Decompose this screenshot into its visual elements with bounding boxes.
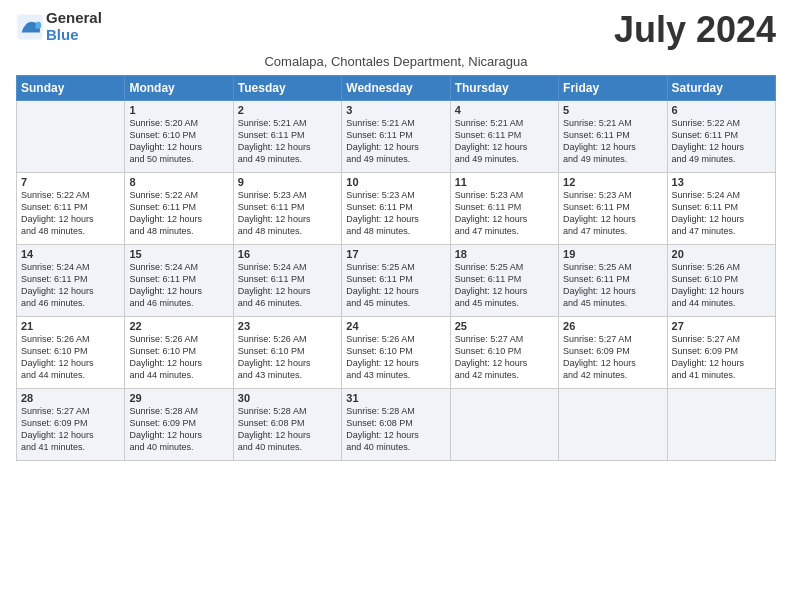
day-number: 5	[563, 104, 662, 116]
calendar-cell: 29Sunrise: 5:28 AM Sunset: 6:09 PM Dayli…	[125, 388, 233, 460]
day-content: Sunrise: 5:27 AM Sunset: 6:09 PM Dayligh…	[21, 405, 120, 454]
day-number: 28	[21, 392, 120, 404]
calendar-cell: 11Sunrise: 5:23 AM Sunset: 6:11 PM Dayli…	[450, 172, 558, 244]
day-number: 27	[672, 320, 771, 332]
calendar-cell: 5Sunrise: 5:21 AM Sunset: 6:11 PM Daylig…	[559, 100, 667, 172]
day-number: 16	[238, 248, 337, 260]
title-block: July 2024	[614, 10, 776, 50]
calendar-cell	[559, 388, 667, 460]
calendar-cell	[667, 388, 775, 460]
day-content: Sunrise: 5:24 AM Sunset: 6:11 PM Dayligh…	[238, 261, 337, 310]
day-number: 13	[672, 176, 771, 188]
day-header-thursday: Thursday	[450, 75, 558, 100]
logo-icon	[16, 13, 44, 41]
day-number: 31	[346, 392, 445, 404]
day-header-friday: Friday	[559, 75, 667, 100]
day-header-tuesday: Tuesday	[233, 75, 341, 100]
day-number: 7	[21, 176, 120, 188]
calendar-cell: 28Sunrise: 5:27 AM Sunset: 6:09 PM Dayli…	[17, 388, 125, 460]
calendar-table: SundayMondayTuesdayWednesdayThursdayFrid…	[16, 75, 776, 461]
calendar-week-4: 21Sunrise: 5:26 AM Sunset: 6:10 PM Dayli…	[17, 316, 776, 388]
day-number: 30	[238, 392, 337, 404]
header-row: SundayMondayTuesdayWednesdayThursdayFrid…	[17, 75, 776, 100]
day-content: Sunrise: 5:26 AM Sunset: 6:10 PM Dayligh…	[238, 333, 337, 382]
calendar-cell: 27Sunrise: 5:27 AM Sunset: 6:09 PM Dayli…	[667, 316, 775, 388]
logo: General Blue	[16, 10, 102, 43]
day-content: Sunrise: 5:20 AM Sunset: 6:10 PM Dayligh…	[129, 117, 228, 166]
day-content: Sunrise: 5:28 AM Sunset: 6:08 PM Dayligh…	[238, 405, 337, 454]
location-subtitle: Comalapa, Chontales Department, Nicaragu…	[16, 54, 776, 69]
day-number: 25	[455, 320, 554, 332]
calendar-cell: 17Sunrise: 5:25 AM Sunset: 6:11 PM Dayli…	[342, 244, 450, 316]
day-header-saturday: Saturday	[667, 75, 775, 100]
calendar-cell: 2Sunrise: 5:21 AM Sunset: 6:11 PM Daylig…	[233, 100, 341, 172]
day-number: 24	[346, 320, 445, 332]
calendar-cell: 16Sunrise: 5:24 AM Sunset: 6:11 PM Dayli…	[233, 244, 341, 316]
calendar-cell: 14Sunrise: 5:24 AM Sunset: 6:11 PM Dayli…	[17, 244, 125, 316]
day-number: 11	[455, 176, 554, 188]
calendar-cell: 8Sunrise: 5:22 AM Sunset: 6:11 PM Daylig…	[125, 172, 233, 244]
calendar-cell	[17, 100, 125, 172]
day-content: Sunrise: 5:27 AM Sunset: 6:10 PM Dayligh…	[455, 333, 554, 382]
day-content: Sunrise: 5:26 AM Sunset: 6:10 PM Dayligh…	[346, 333, 445, 382]
calendar-cell: 7Sunrise: 5:22 AM Sunset: 6:11 PM Daylig…	[17, 172, 125, 244]
header: General Blue July 2024	[16, 10, 776, 50]
day-content: Sunrise: 5:21 AM Sunset: 6:11 PM Dayligh…	[346, 117, 445, 166]
day-content: Sunrise: 5:22 AM Sunset: 6:11 PM Dayligh…	[129, 189, 228, 238]
day-content: Sunrise: 5:24 AM Sunset: 6:11 PM Dayligh…	[672, 189, 771, 238]
day-content: Sunrise: 5:25 AM Sunset: 6:11 PM Dayligh…	[563, 261, 662, 310]
day-content: Sunrise: 5:27 AM Sunset: 6:09 PM Dayligh…	[672, 333, 771, 382]
day-content: Sunrise: 5:24 AM Sunset: 6:11 PM Dayligh…	[21, 261, 120, 310]
day-number: 1	[129, 104, 228, 116]
day-content: Sunrise: 5:25 AM Sunset: 6:11 PM Dayligh…	[455, 261, 554, 310]
day-content: Sunrise: 5:26 AM Sunset: 6:10 PM Dayligh…	[129, 333, 228, 382]
day-number: 20	[672, 248, 771, 260]
calendar-cell: 19Sunrise: 5:25 AM Sunset: 6:11 PM Dayli…	[559, 244, 667, 316]
calendar-cell: 6Sunrise: 5:22 AM Sunset: 6:11 PM Daylig…	[667, 100, 775, 172]
day-number: 4	[455, 104, 554, 116]
day-number: 17	[346, 248, 445, 260]
calendar-cell: 22Sunrise: 5:26 AM Sunset: 6:10 PM Dayli…	[125, 316, 233, 388]
day-content: Sunrise: 5:25 AM Sunset: 6:11 PM Dayligh…	[346, 261, 445, 310]
day-content: Sunrise: 5:23 AM Sunset: 6:11 PM Dayligh…	[238, 189, 337, 238]
day-number: 26	[563, 320, 662, 332]
day-number: 22	[129, 320, 228, 332]
calendar-cell: 30Sunrise: 5:28 AM Sunset: 6:08 PM Dayli…	[233, 388, 341, 460]
day-content: Sunrise: 5:23 AM Sunset: 6:11 PM Dayligh…	[346, 189, 445, 238]
day-number: 2	[238, 104, 337, 116]
day-number: 19	[563, 248, 662, 260]
day-content: Sunrise: 5:21 AM Sunset: 6:11 PM Dayligh…	[238, 117, 337, 166]
day-header-sunday: Sunday	[17, 75, 125, 100]
day-content: Sunrise: 5:21 AM Sunset: 6:11 PM Dayligh…	[563, 117, 662, 166]
day-number: 21	[21, 320, 120, 332]
day-header-monday: Monday	[125, 75, 233, 100]
day-number: 10	[346, 176, 445, 188]
day-content: Sunrise: 5:28 AM Sunset: 6:08 PM Dayligh…	[346, 405, 445, 454]
day-number: 8	[129, 176, 228, 188]
calendar-cell: 10Sunrise: 5:23 AM Sunset: 6:11 PM Dayli…	[342, 172, 450, 244]
calendar-cell: 31Sunrise: 5:28 AM Sunset: 6:08 PM Dayli…	[342, 388, 450, 460]
logo-text: General Blue	[46, 10, 102, 43]
day-number: 15	[129, 248, 228, 260]
calendar-cell: 15Sunrise: 5:24 AM Sunset: 6:11 PM Dayli…	[125, 244, 233, 316]
calendar-cell: 9Sunrise: 5:23 AM Sunset: 6:11 PM Daylig…	[233, 172, 341, 244]
day-content: Sunrise: 5:22 AM Sunset: 6:11 PM Dayligh…	[21, 189, 120, 238]
calendar-week-2: 7Sunrise: 5:22 AM Sunset: 6:11 PM Daylig…	[17, 172, 776, 244]
day-content: Sunrise: 5:26 AM Sunset: 6:10 PM Dayligh…	[21, 333, 120, 382]
calendar-cell: 4Sunrise: 5:21 AM Sunset: 6:11 PM Daylig…	[450, 100, 558, 172]
day-content: Sunrise: 5:21 AM Sunset: 6:11 PM Dayligh…	[455, 117, 554, 166]
day-number: 18	[455, 248, 554, 260]
day-content: Sunrise: 5:24 AM Sunset: 6:11 PM Dayligh…	[129, 261, 228, 310]
calendar-week-1: 1Sunrise: 5:20 AM Sunset: 6:10 PM Daylig…	[17, 100, 776, 172]
calendar-cell: 13Sunrise: 5:24 AM Sunset: 6:11 PM Dayli…	[667, 172, 775, 244]
calendar-cell: 21Sunrise: 5:26 AM Sunset: 6:10 PM Dayli…	[17, 316, 125, 388]
calendar-cell: 12Sunrise: 5:23 AM Sunset: 6:11 PM Dayli…	[559, 172, 667, 244]
day-content: Sunrise: 5:26 AM Sunset: 6:10 PM Dayligh…	[672, 261, 771, 310]
month-year-title: July 2024	[614, 10, 776, 50]
day-number: 29	[129, 392, 228, 404]
day-number: 14	[21, 248, 120, 260]
day-header-wednesday: Wednesday	[342, 75, 450, 100]
calendar-cell: 24Sunrise: 5:26 AM Sunset: 6:10 PM Dayli…	[342, 316, 450, 388]
calendar-week-5: 28Sunrise: 5:27 AM Sunset: 6:09 PM Dayli…	[17, 388, 776, 460]
calendar-cell: 23Sunrise: 5:26 AM Sunset: 6:10 PM Dayli…	[233, 316, 341, 388]
